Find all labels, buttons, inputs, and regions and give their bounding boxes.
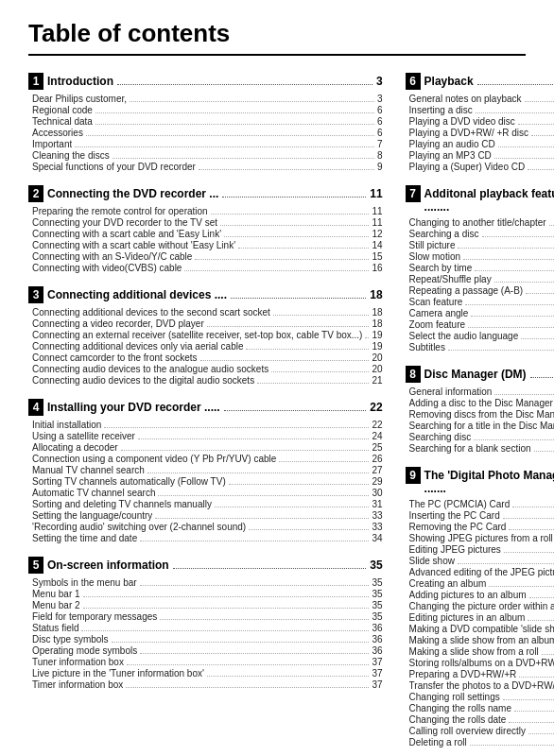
entry-label: Connecting with an S-Video/Y/C cable [32, 251, 192, 262]
section-dots-2 [222, 197, 366, 198]
entry-page: 37 [372, 657, 382, 667]
entry-page: 36 [372, 623, 382, 633]
entry-page: 27 [372, 465, 382, 475]
section-dots-6 [477, 84, 554, 85]
toc-entry: Search by time45 [406, 263, 554, 273]
section-page-5: 35 [370, 558, 382, 572]
section-dots-8 [530, 377, 554, 378]
toc-section-2: 2Connecting the DVD recorder ...11Prepar… [28, 185, 383, 273]
entry-label: Playing an audio CD [409, 139, 495, 149]
entry-dots [207, 676, 370, 677]
entry-label: Editing JPEG pictures [409, 544, 501, 555]
entry-label: Still picture [409, 240, 456, 250]
entry-dots [199, 169, 374, 170]
section-number-8: 8 [406, 366, 421, 383]
entry-label: Automatic TV channel search [32, 488, 155, 498]
toc-entry: Playing a (Super) Video CD42 [406, 162, 554, 172]
entry-label: Connecting with a scart cable and 'Easy … [32, 229, 221, 239]
entry-label: Playing an MP3 CD [409, 150, 492, 161]
entry-label: Important [32, 139, 72, 149]
toc-entry: Changing to another title/chapter43 [406, 217, 554, 228]
entry-label: Sorting and deleting TV channels manuall… [32, 499, 212, 509]
toc-entry: Timer information box37 [28, 679, 383, 690]
entry-dots [220, 225, 369, 226]
entry-dots [528, 733, 554, 734]
toc-entry: Status field36 [28, 623, 383, 633]
entry-page: 6 [377, 116, 383, 127]
toc-entry: Technical data6 [28, 116, 383, 127]
toc-entry: The PC (PCMCIA) Card53 [406, 499, 554, 509]
toc-entry: Making a slide show from a roll60 [406, 646, 554, 657]
entry-label: Special functions of your DVD recorder [32, 162, 196, 172]
entry-page: 18 [372, 307, 382, 318]
entry-label: Playing a DVD+RW/ +R disc [409, 128, 529, 138]
toc-entry: Connecting with video(CVBS) cable16 [28, 263, 383, 273]
entry-dots [503, 518, 554, 519]
entry-label: Making a slide show from an album [409, 635, 554, 645]
entry-label: Connecting additional devices only via a… [32, 341, 243, 352]
entry-page: 12 [372, 229, 382, 239]
toc-entry: Setting the time and date34 [28, 533, 383, 543]
entry-label: Scan feature [409, 297, 463, 307]
entry-page: 36 [372, 634, 382, 644]
toc-entry: Scan feature46 [406, 297, 554, 307]
toc-entry: Connecting with a scart cable and 'Easy … [28, 229, 383, 239]
entry-page: 15 [372, 251, 382, 262]
entry-label: Searching for a title in the Disc Manage… [409, 421, 554, 431]
toc-entry: Removing the PC Card53 [406, 522, 554, 532]
entry-label: Manual TV channel search [32, 465, 145, 475]
entry-label: Slide show [409, 556, 455, 566]
toc-entry: Slow motion44 [406, 251, 554, 262]
entry-page: 36 [372, 645, 382, 656]
section-title-4: Installing your DVD recorder ..... [47, 401, 220, 414]
entry-label: Connecting your DVD recorder to the TV s… [32, 217, 217, 228]
entry-dots [211, 214, 370, 215]
entry-page: 37 [372, 668, 382, 679]
toc-entry: Changing the rolls date63 [406, 714, 554, 725]
toc-entry: Connecting audio devices to the analogue… [28, 364, 383, 374]
section-number-4: 4 [28, 399, 43, 416]
toc-entry: Subtitles47 [406, 342, 554, 352]
toc-entry: Sorting TV channels automatically (Follo… [28, 476, 383, 487]
section-number-1: 1 [28, 73, 43, 90]
entry-label: Regional code [32, 105, 93, 115]
entry-dots [476, 112, 554, 113]
toc-entry: Inserting a disc38 [406, 105, 554, 115]
toc-entry: General information48 [406, 387, 554, 397]
entry-dots [463, 259, 554, 260]
toc-entry: Advanced editing of the JPEG pictures56 [406, 567, 554, 577]
entry-dots [140, 541, 369, 541]
toc-entry: Dear Philips customer,3 [28, 94, 383, 104]
entry-dots [542, 654, 554, 655]
toc-section-5: 5On-screen information35Symbols in the m… [28, 557, 383, 690]
entry-dots [229, 484, 370, 485]
toc-entry: Operating mode symbols36 [28, 645, 383, 656]
entry-label: Removing discs from the Disc Manager [409, 409, 554, 420]
entry-dots [529, 597, 554, 598]
entry-dots [215, 507, 370, 507]
entry-dots [528, 620, 554, 621]
left-column: 1Introduction3Dear Philips customer,3Reg… [28, 73, 383, 756]
entry-page: 20 [372, 364, 382, 374]
entry-dots [468, 327, 554, 328]
entry-label: Connecting additional devices to the sec… [32, 307, 270, 318]
entry-dots [200, 360, 370, 361]
entry-label: Menu bar 1 [32, 589, 80, 599]
entry-page: 35 [372, 600, 382, 610]
toc-entry: Cleaning the discs8 [28, 150, 383, 161]
entry-label: Repeating a passage (A-B) [409, 285, 524, 296]
section-header-3: 3Connecting additional devices ....18 [28, 286, 383, 303]
toc-entry: Searching for a blank section51 [406, 443, 554, 454]
entry-dots [158, 495, 369, 496]
toc-entry: Accessories6 [28, 128, 383, 138]
entry-dots [514, 711, 554, 712]
entry-dots [521, 338, 554, 339]
toc-entry: Transfer the photos to a DVD+RW/+R62 [406, 680, 554, 691]
entry-dots [549, 225, 554, 226]
toc-section-7: 7Additonal playback features ........43C… [406, 185, 554, 352]
section-number-6: 6 [406, 73, 421, 90]
section-dots-5 [173, 568, 367, 569]
section-page-1: 3 [376, 75, 383, 88]
entry-label: Searching for a blank section [409, 443, 531, 454]
section-title-7: Additonal playback features ........ [424, 187, 554, 214]
